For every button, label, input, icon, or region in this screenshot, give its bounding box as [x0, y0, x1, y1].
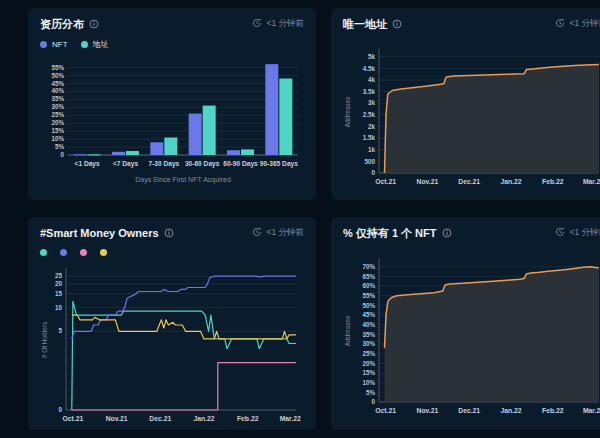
bar-NFT[interactable] — [265, 64, 278, 155]
info-icon[interactable] — [89, 19, 99, 29]
legend-label: NFT — [52, 40, 68, 49]
svg-text:35%: 35% — [362, 331, 375, 338]
line-series-yellow[interactable] — [72, 315, 296, 339]
chart-legend: NFT地址 — [40, 39, 304, 50]
svg-text:60%: 60% — [362, 282, 375, 289]
svg-text:4k: 4k — [368, 76, 376, 83]
svg-text:Jan.22: Jan.22 — [500, 407, 521, 414]
bar-NFT[interactable] — [189, 114, 202, 155]
svg-text:50%: 50% — [51, 72, 64, 79]
svg-text:30-60 Days: 30-60 Days — [185, 160, 220, 168]
svg-text:2k: 2k — [368, 123, 376, 130]
svg-text:25: 25 — [55, 272, 63, 279]
bar-地址[interactable] — [88, 154, 101, 155]
svg-text:0: 0 — [371, 169, 375, 176]
svg-text:20%: 20% — [51, 119, 64, 126]
svg-text:10%: 10% — [362, 379, 375, 386]
area-fill — [385, 267, 600, 402]
refresh-icon[interactable] — [555, 18, 565, 28]
unique-addresses-area-chart[interactable]: 05001k1.5k2k2.5k3k3.5k4k4.5k5kOct.21Nov.… — [343, 43, 600, 191]
legend-item[interactable] — [60, 249, 67, 256]
svg-text:70%: 70% — [362, 263, 375, 270]
svg-text:20%: 20% — [362, 360, 375, 367]
panel-unique-addresses: 唯一地址 <1 分钟前 05001k1.5k2k2.5k3k3.5k4k4.5k… — [331, 8, 600, 200]
panel-seniority-distribution: 资历分布 <1 分钟前 NFT地址 05%10%15%20%25%30%35%4… — [28, 8, 316, 200]
svg-text:Nov.21: Nov.21 — [417, 178, 439, 185]
svg-text:45%: 45% — [362, 311, 375, 318]
info-icon[interactable] — [164, 228, 174, 238]
bar-地址[interactable] — [241, 149, 254, 155]
svg-text:40%: 40% — [51, 87, 64, 94]
panel-title: % 仅持有 1 个 NFT — [343, 227, 437, 239]
smart-money-line-chart[interactable]: 0510152025Oct.21Nov.21Dec.21Jan.22Feb.22… — [40, 262, 304, 428]
bar-地址[interactable] — [279, 79, 292, 155]
svg-text:5k: 5k — [368, 53, 376, 60]
svg-text:Dec.21: Dec.21 — [458, 178, 480, 185]
svg-text:65%: 65% — [362, 273, 375, 280]
svg-text:Jan.22: Jan.22 — [193, 415, 214, 422]
bar-NFT[interactable] — [74, 154, 87, 155]
chart-legend — [40, 248, 304, 257]
legend-item[interactable]: 地址 — [81, 39, 109, 50]
bar-地址[interactable] — [203, 106, 216, 155]
svg-text:Oct.21: Oct.21 — [375, 407, 396, 414]
svg-text:15%: 15% — [51, 127, 64, 134]
seniority-bar-chart[interactable]: 05%10%15%20%25%30%35%40%45%50%55%<1 Days… — [40, 55, 304, 187]
refresh-icon[interactable] — [555, 227, 565, 237]
svg-text:30%: 30% — [362, 340, 375, 347]
bar-NFT[interactable] — [227, 150, 240, 155]
svg-text:1k: 1k — [368, 146, 376, 153]
svg-text:4.5k: 4.5k — [363, 65, 376, 72]
svg-text:5: 5 — [58, 327, 62, 334]
pct-one-nft-area-chart[interactable]: 05%10%15%20%25%30%35%40%45%50%55%60%65%7… — [343, 252, 600, 420]
svg-text:Oct.21: Oct.21 — [375, 178, 396, 185]
panel-title: 资历分布 — [40, 18, 84, 30]
svg-text:45%: 45% — [51, 80, 64, 87]
svg-text:50%: 50% — [362, 302, 375, 309]
svg-text:25%: 25% — [51, 111, 64, 118]
bar-地址[interactable] — [164, 137, 177, 155]
legend-item[interactable] — [100, 249, 107, 256]
panel-header: 唯一地址 <1 分钟前 — [343, 18, 600, 30]
bar-地址[interactable] — [126, 151, 139, 155]
legend-item[interactable] — [80, 249, 87, 256]
svg-text:20: 20 — [55, 280, 63, 287]
panel-header: % 仅持有 1 个 NFT <1 分钟前 — [343, 227, 600, 239]
svg-text:0: 0 — [371, 398, 375, 405]
panel-header: 资历分布 <1 分钟前 — [40, 18, 304, 30]
panel-pct-holding-one-nft: % 仅持有 1 个 NFT <1 分钟前 05%10%15%20%25%30%3… — [331, 217, 600, 430]
svg-text:10: 10 — [55, 304, 63, 311]
svg-text:Mar.22: Mar.22 — [280, 415, 301, 422]
panel-header: #Smart Money Owners <1 分钟前 — [40, 227, 304, 239]
legend-dot — [100, 249, 107, 256]
line-series-pink[interactable] — [72, 363, 296, 410]
svg-text:Nov.21: Nov.21 — [417, 407, 439, 414]
refresh-icon[interactable] — [252, 18, 262, 28]
svg-text:3.5k: 3.5k — [363, 88, 376, 95]
legend-dot — [80, 249, 87, 256]
bar-NFT[interactable] — [150, 142, 163, 155]
svg-text:500: 500 — [364, 158, 375, 165]
svg-text:Dec.21: Dec.21 — [149, 415, 171, 422]
legend-label: 地址 — [93, 39, 109, 50]
info-icon[interactable] — [442, 228, 452, 238]
bar-NFT[interactable] — [112, 152, 125, 155]
legend-dot — [40, 41, 47, 48]
area-fill — [385, 65, 600, 173]
svg-text:90-365 Days: 90-365 Days — [260, 160, 298, 168]
svg-text:<1 Days: <1 Days — [75, 160, 100, 168]
legend-dot — [81, 41, 88, 48]
svg-text:35%: 35% — [51, 95, 64, 102]
svg-text:2.5k: 2.5k — [363, 111, 376, 118]
line-series-teal[interactable] — [72, 301, 296, 410]
svg-text:55%: 55% — [51, 64, 64, 71]
info-icon[interactable] — [392, 19, 402, 29]
svg-text:40%: 40% — [362, 321, 375, 328]
last-updated: <1 分钟前 — [266, 227, 304, 237]
svg-text:Feb.22: Feb.22 — [237, 415, 259, 422]
svg-text:1.5k: 1.5k — [363, 134, 376, 141]
svg-text:Feb.22: Feb.22 — [542, 178, 564, 185]
legend-item[interactable] — [40, 249, 47, 256]
legend-item[interactable]: NFT — [40, 40, 68, 49]
refresh-icon[interactable] — [252, 227, 262, 237]
